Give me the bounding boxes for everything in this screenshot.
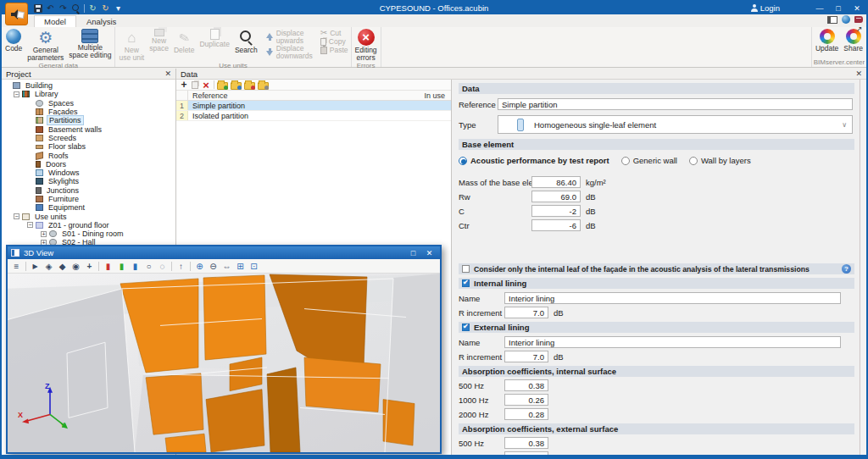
tsep[interactable] [214,80,214,89]
section-x-icon[interactable] [102,260,114,272]
data-panel-close-icon[interactable]: ✕ [855,69,862,78]
type-dropdown[interactable]: Homogeneous single-leaf element ∨ [498,115,853,134]
coefficient-input[interactable]: 0.26 [504,394,548,406]
rw-input[interactable]: 69.0 [531,191,581,202]
tree-item[interactable]: Junctions [2,186,175,195]
checkbox-checked-icon[interactable] [462,279,470,287]
fit-screen-icon[interactable] [248,260,260,272]
navigate-icon[interactable] [234,260,247,272]
add-icon[interactable] [179,80,189,90]
sep[interactable] [171,262,172,271]
tree-item[interactable]: Spaces [2,99,175,108]
qat-caret-icon[interactable] [114,3,123,13]
hide-icon[interactable] [156,260,169,272]
tree-item[interactable]: Screeds [2,134,175,142]
delete-button[interactable]: Delete [171,29,198,54]
section-z-icon[interactable] [129,260,142,272]
new-use-unit-button[interactable]: New use unit [116,29,147,62]
displace-upwards-button[interactable]: Displace upwards [266,30,313,44]
section-y-icon[interactable] [115,260,128,272]
zoom-out-icon[interactable] [207,260,220,272]
cut-button[interactable]: Cut [320,30,348,37]
3d-view-titlebar[interactable]: 3D View □ ✕ [8,246,440,259]
bim-sync-icon[interactable] [88,3,97,13]
pan-icon[interactable] [220,260,233,272]
tree-item[interactable]: Library [2,90,175,98]
c-input[interactable]: -2 [531,205,581,217]
share-button[interactable]: Share [841,29,865,53]
sphere-icon[interactable] [142,260,155,272]
mass-input[interactable]: 86.40 [531,176,581,188]
consider-internal-leaf-row[interactable]: Consider only the internal leaf of the f… [459,263,854,274]
help-book-icon[interactable] [854,16,863,23]
general-parameters-button[interactable]: General parameters [25,29,66,62]
folder-manage-icon[interactable] [258,82,269,90]
tree-item[interactable]: Use units [2,212,175,220]
coefficient-input[interactable]: 0.38 [504,379,548,391]
radio-option[interactable]: Acoustic performance by test report [459,156,609,165]
login-button[interactable]: Login [744,3,787,13]
tree-expander-icon[interactable] [41,231,47,237]
select-icon[interactable] [29,260,42,272]
internal-name-input[interactable]: Interior lining [504,292,841,304]
sep[interactable] [190,262,191,271]
displace-downwards-button[interactable]: Displace downwards [266,45,313,59]
table-row[interactable]: 2 Isolated partition [176,111,451,121]
copy-doc-icon[interactable] [192,81,198,89]
tree-item[interactable]: Skylights [2,177,175,185]
redo-icon[interactable] [58,3,68,13]
tree-item[interactable]: Floor slabs [2,142,175,151]
maximize-button[interactable]: □ [829,2,848,14]
undo-icon[interactable] [46,3,55,13]
3d-viewport[interactable]: Z X Y [8,274,440,452]
table-row[interactable]: 1 Simple partition [176,101,451,111]
coefficient-input[interactable]: 0.38 [504,437,548,449]
checkbox-checked-icon[interactable] [462,324,470,331]
form-scrollbar[interactable] [860,80,866,455]
tree-item[interactable]: Building [2,81,175,90]
duplicate-button[interactable]: Duplicate [197,29,231,48]
code-button[interactable]: Code [3,29,25,53]
multiple-space-editing-button[interactable]: Multiple space editing [66,29,114,59]
sep[interactable] [25,262,26,271]
internal-r-input[interactable]: 7.0 [504,307,548,318]
col-in-use[interactable]: In use [412,91,451,100]
3d-view-close-button[interactable]: ✕ [422,247,437,258]
tree-expander-icon[interactable] [14,213,19,219]
sep[interactable] [98,262,99,271]
tree-item[interactable]: Doors [2,160,175,169]
external-lining-header[interactable]: External lining [459,322,854,333]
tree-item[interactable]: Equipment [2,203,175,212]
update-button[interactable]: Update [813,29,841,53]
save-icon[interactable] [34,4,42,13]
radio-option[interactable]: Generic wall [621,156,677,165]
tree-item[interactable]: Z01 - ground floor [2,221,175,230]
tree-expander-icon[interactable] [14,91,19,97]
tree-item[interactable]: Partitions [2,116,175,124]
shield-icon[interactable] [42,260,55,272]
rotate-cube-icon[interactable] [56,260,69,272]
folder-import-icon[interactable] [217,82,228,90]
move-icon[interactable] [83,260,96,272]
tree-item[interactable]: Windows [2,169,175,177]
app-menu-button[interactable] [5,3,28,25]
layers-icon[interactable] [10,260,23,272]
external-name-input[interactable]: Interior lining [504,336,841,348]
tree-item[interactable]: Basement walls [2,124,175,133]
folder-export-icon[interactable] [231,82,242,90]
3d-view-maximize-button[interactable]: □ [406,247,420,258]
new-space-button[interactable]: New space [147,29,171,53]
external-r-input[interactable]: 7.0 [504,351,548,362]
web-globe-icon[interactable] [842,15,850,24]
editing-errors-button[interactable]: Editing errors [353,29,380,62]
tab-analysis[interactable]: Analysis [76,15,126,27]
touch-icon[interactable] [175,260,187,272]
reference-input[interactable]: Simple partition [498,98,853,110]
minimize-button[interactable]: — [810,2,829,14]
tree-expander-icon[interactable] [27,222,33,228]
panel-layout-icon[interactable] [827,16,837,24]
checkbox-icon[interactable] [462,265,470,273]
zoom-window-icon[interactable] [193,260,206,272]
tab-model[interactable]: Model [34,15,76,27]
internal-lining-header[interactable]: Internal lining [459,278,854,289]
